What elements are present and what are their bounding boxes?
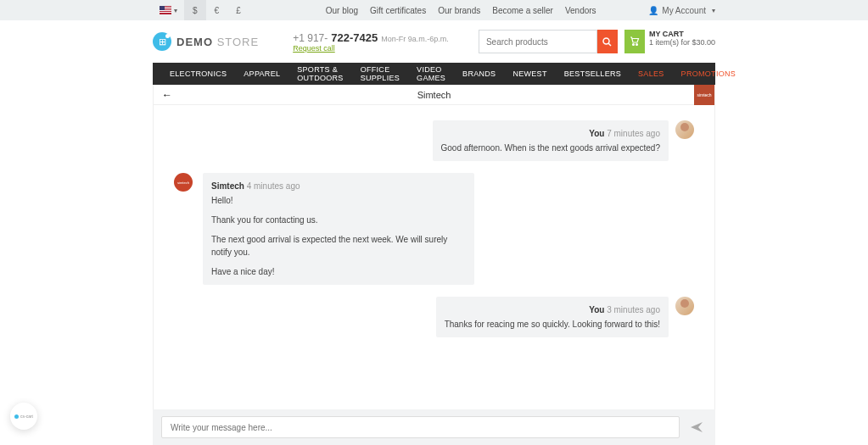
phone-block: +1 917-722-7425 Mon-Fr 9a.m.-6p.m. Reque… <box>293 31 449 53</box>
nav-brands[interactable]: BRANDS <box>454 70 504 78</box>
svg-rect-5 <box>160 6 165 10</box>
chat-title: Simtech <box>417 90 451 100</box>
topbar: ▾ $ € £ Our blog Gift certificates Our b… <box>0 0 868 20</box>
link-brands[interactable]: Our brands <box>438 6 480 15</box>
user-avatar <box>675 120 694 139</box>
vendor-badge[interactable]: simtech <box>694 85 714 105</box>
floating-widget[interactable]: cs-cart <box>10 403 37 430</box>
header: ⊞ DEMO STORE +1 917-722-7425 Mon-Fr 9a.m… <box>0 20 868 63</box>
link-gift[interactable]: Gift certificates <box>370 6 426 15</box>
nav-promo[interactable]: PROMOTIONS <box>673 70 745 78</box>
svg-rect-3 <box>160 10 171 11</box>
vendor-avatar: simtech <box>174 173 193 192</box>
message-bubble: You 3 minutes agoThanks for reacing me s… <box>436 297 669 337</box>
user-avatar <box>675 297 694 315</box>
link-vendors[interactable]: Vendors <box>565 6 596 15</box>
nav-sports[interactable]: SPORTS & OUTDOORS <box>288 65 351 82</box>
message-bubble: Simtech 4 minutes agoHello!Thank you for… <box>203 173 474 285</box>
currency-usd[interactable]: $ <box>184 0 206 20</box>
chat-body: You 7 minutes agoGood afternoon. When is… <box>153 105 715 423</box>
main-nav: ELECTRONICS APPAREL SPORTS & OUTDOORS OF… <box>153 63 715 85</box>
svg-point-9 <box>636 44 637 46</box>
nav-sales[interactable]: SALES <box>630 70 673 78</box>
logo-icon: ⊞ <box>153 32 171 51</box>
send-icon <box>690 420 703 434</box>
search-input[interactable] <box>479 30 597 53</box>
svg-point-6 <box>603 38 609 44</box>
message-input[interactable] <box>161 416 680 438</box>
message-input-bar <box>153 409 715 445</box>
cart[interactable]: MY CART 1 item(s) for $30.00 <box>624 30 715 53</box>
svg-point-8 <box>632 44 634 46</box>
nav-office[interactable]: OFFICE SUPPLIES <box>352 65 408 82</box>
nav-newest[interactable]: NEWEST <box>504 70 555 78</box>
search-icon <box>602 37 612 47</box>
back-arrow[interactable]: ← <box>162 89 172 101</box>
cart-icon <box>624 30 645 53</box>
svg-line-7 <box>608 43 611 46</box>
svg-rect-4 <box>160 12 171 13</box>
nav-games[interactable]: VIDEO GAMES <box>408 65 454 82</box>
nav-electronics[interactable]: ELECTRONICS <box>161 70 235 78</box>
message-row: simtechSimtech 4 minutes agoHello!Thank … <box>174 173 694 285</box>
search-button[interactable] <box>597 30 618 53</box>
send-button[interactable] <box>686 417 707 437</box>
account-menu[interactable]: 👤 My Account ▾ <box>648 6 715 15</box>
currency-eur[interactable]: € <box>206 0 228 20</box>
nav-best[interactable]: BESTSELLERS <box>556 70 630 78</box>
chat-header: ← Simtech simtech <box>153 85 715 105</box>
link-blog[interactable]: Our blog <box>326 6 358 15</box>
message-bubble: You 7 minutes agoGood afternoon. When is… <box>433 120 669 161</box>
request-call-link[interactable]: Request call <box>293 44 449 53</box>
message-row: You 7 minutes agoGood afternoon. When is… <box>174 120 694 161</box>
currency-gbp[interactable]: £ <box>227 0 249 20</box>
language-selector[interactable]: ▾ <box>153 0 184 20</box>
link-seller[interactable]: Become a seller <box>492 6 553 15</box>
message-row: You 3 minutes agoThanks for reacing me s… <box>174 297 694 337</box>
logo[interactable]: ⊞ DEMO STORE <box>153 32 259 51</box>
nav-apparel[interactable]: APPAREL <box>235 70 288 78</box>
user-icon: 👤 <box>648 6 658 15</box>
